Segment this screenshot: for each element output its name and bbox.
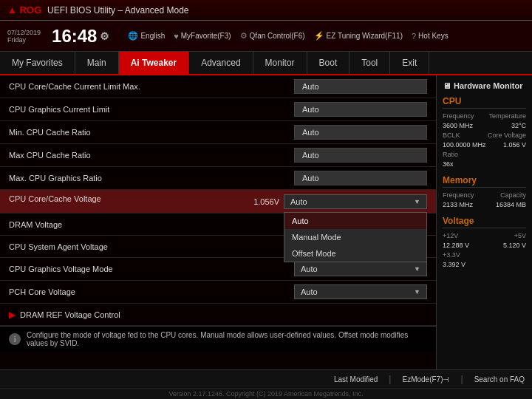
hw-frequency-value: 3600 MHz: [443, 122, 473, 129]
setting-row: CPU Core/Cache Current Limit Max. Auto: [0, 75, 436, 98]
cpu-core-cache-voltage-menu: Auto Manual Mode Offset Mode: [284, 212, 427, 262]
hw-temperature-label: Temperature: [488, 112, 526, 120]
rog-logo: ▲ ROG: [7, 4, 41, 16]
hw-row: 36x: [443, 160, 526, 168]
hw-voltage-section: Voltage +12V +5V 12.288 V 5.120 V +3.3V …: [443, 216, 526, 268]
hw-33v-value: 3.392 V: [443, 261, 466, 268]
chevron-down-icon: ▼: [414, 198, 420, 205]
main-container: ▲ ROG UEFI BIOS Utility – Advanced Mode …: [0, 0, 532, 399]
nav-advanced[interactable]: Advanced: [189, 52, 253, 74]
hw-memory-title: Memory: [443, 175, 526, 188]
setting-value-cpu-graphics-limit[interactable]: Auto: [294, 102, 427, 117]
datetime: 07/12/2019 Friday: [7, 29, 41, 44]
info-bottom: i Configure the mode of voltage fed to t…: [0, 326, 436, 352]
hw-bclk-value: 100.0000 MHz: [443, 141, 486, 149]
pch-core-voltage-row: PCH Core Voltage Auto ▼: [0, 281, 436, 304]
hw-bclk-label: BCLK: [443, 132, 460, 139]
content-area: CPU Core/Cache Current Limit Max. Auto C…: [0, 75, 532, 369]
expand-arrow-icon: ▶: [9, 310, 16, 320]
hw-row: BCLK Core Voltage: [443, 132, 526, 139]
nav-my-favorites[interactable]: My Favorites: [0, 52, 75, 74]
hw-row: 2133 MHz 16384 MB: [443, 201, 526, 208]
hardware-monitor-panel: 🖥 Hardware Monitor CPU Frequency Tempera…: [436, 75, 532, 369]
nav-monitor[interactable]: Monitor: [253, 52, 307, 74]
ez-tuning-button[interactable]: ⚡ EZ Tuning Wizard(F11): [314, 31, 403, 41]
dropdown-option-offset[interactable]: Offset Mode: [284, 245, 426, 262]
hw-12v-label: +12V: [443, 232, 458, 239]
copyright: Version 2.17.1246. Copyright (C) 2019 Am…: [0, 389, 532, 399]
setting-value-min-cpu-cache[interactable]: Auto: [294, 125, 427, 140]
hw-row: +12V +5V: [443, 232, 526, 239]
qfan-button[interactable]: ⚙ Qfan Control(F6): [240, 31, 305, 41]
setting-value-max-cpu-graphics[interactable]: Auto: [294, 171, 427, 185]
nav-exit[interactable]: Exit: [390, 52, 429, 74]
dropdown-option-auto[interactable]: Auto: [284, 213, 426, 229]
info-bar: 07/12/2019 Friday 16:48 ⚙ 🌐 English ♥ My…: [0, 21, 532, 52]
hw-row: 3.392 V: [443, 261, 526, 268]
setting-row: CPU Graphics Current Limit Auto: [0, 98, 436, 121]
language-button[interactable]: 🌐 English: [128, 31, 165, 41]
setting-value-cpu-core-limit-max[interactable]: Auto: [294, 79, 427, 94]
cpu-core-cache-voltage-row: CPU Core/Cache Voltage 1.056V Auto ▼ Aut…: [0, 190, 436, 214]
monitor-icon: 🖥: [443, 81, 451, 90]
setting-value-max-cpu-cache[interactable]: Auto: [294, 148, 427, 163]
gear-icon[interactable]: ⚙: [100, 30, 109, 42]
setting-row: Min. CPU Cache Ratio Auto: [0, 121, 436, 144]
setting-row: Max CPU Cache Ratio Auto: [0, 144, 436, 167]
cpu-core-cache-voltage-label: CPU Core/Cache Voltage: [9, 194, 246, 203]
dropdown-option-manual[interactable]: Manual Mode: [284, 229, 426, 245]
hw-row: +3.3V: [443, 251, 526, 259]
hw-voltage-title: Voltage: [443, 216, 526, 228]
hw-5v-label: +5V: [514, 232, 526, 239]
setting-label: Min. CPU Cache Ratio: [9, 128, 294, 137]
cpu-graphics-voltage-mode-dropdown[interactable]: Auto ▼: [294, 262, 427, 276]
hw-5v-value: 5.120 V: [503, 242, 526, 249]
title-bar: ▲ ROG UEFI BIOS Utility – Advanced Mode: [0, 0, 532, 21]
dram-ref-voltage-control-row[interactable]: ▶ DRAM REF Voltage Control: [0, 304, 436, 326]
hw-row: Frequency Temperature: [443, 112, 526, 120]
hw-mem-frequency-label: Frequency: [443, 191, 474, 199]
hw-33v-label: +3.3V: [443, 251, 460, 259]
hotkeys-button[interactable]: ? Hot Keys: [412, 31, 449, 41]
hw-cpu-section: CPU Frequency Temperature 3600 MHz 32°C …: [443, 96, 526, 168]
last-modified-label: Last Modified: [334, 375, 378, 383]
hw-row: 12.288 V 5.120 V: [443, 242, 526, 249]
setting-label: Max. CPU Graphics Ratio: [9, 174, 294, 183]
setting-row: Max. CPU Graphics Ratio Auto: [0, 167, 436, 190]
myfavorites-button[interactable]: ♥ MyFavorite(F3): [174, 31, 231, 41]
pch-core-voltage-dropdown[interactable]: Auto ▼: [294, 284, 427, 299]
nav-bar: My Favorites Main Ai Tweaker Advanced Mo…: [0, 52, 532, 75]
hw-row: 100.0000 MHz 1.056 V: [443, 141, 526, 149]
info-icon: i: [9, 333, 21, 345]
hw-mem-capacity-value: 16384 MB: [496, 201, 526, 208]
help-icon: ?: [412, 32, 416, 41]
separator: |: [389, 374, 391, 384]
lightning-icon: ⚡: [314, 31, 324, 41]
fan-icon: ⚙: [240, 31, 248, 41]
hw-temperature-value: 32°C: [511, 122, 526, 129]
nav-tool[interactable]: Tool: [349, 52, 390, 74]
chevron-down-icon: ▼: [414, 288, 420, 296]
hw-core-voltage-value: 1.056 V: [503, 141, 526, 149]
voltage-number: 1.056V: [246, 197, 279, 206]
hw-row: Frequency Capacity: [443, 191, 526, 199]
hw-frequency-label: Frequency: [443, 112, 474, 120]
ez-mode-button[interactable]: EzMode(F7)⊣: [402, 375, 449, 383]
nav-ai-tweaker[interactable]: Ai Tweaker: [119, 52, 189, 74]
globe-icon: 🌐: [128, 31, 138, 41]
hw-ratio-value: 36x: [443, 160, 454, 168]
nav-boot[interactable]: Boot: [307, 52, 350, 74]
hardware-monitor-title: 🖥 Hardware Monitor: [443, 81, 526, 90]
hw-mem-frequency-value: 2133 MHz: [443, 201, 473, 208]
search-faq-button[interactable]: Search on FAQ: [474, 375, 525, 383]
pch-core-voltage-label: PCH Core Voltage: [9, 287, 294, 296]
cpu-core-cache-voltage-control: 1.056V Auto ▼: [246, 194, 427, 209]
hw-row: 3600 MHz 32°C: [443, 122, 526, 129]
heart-icon: ♥: [174, 32, 179, 41]
chevron-down-icon: ▼: [414, 265, 420, 273]
hw-mem-capacity-label: Capacity: [500, 191, 526, 199]
setting-label: CPU Graphics Current Limit: [9, 105, 294, 114]
cpu-core-cache-voltage-dropdown[interactable]: Auto ▼: [284, 194, 427, 209]
bottom-actions: Last Modified | EzMode(F7)⊣ | Search on …: [0, 370, 532, 389]
nav-main[interactable]: Main: [75, 52, 119, 74]
